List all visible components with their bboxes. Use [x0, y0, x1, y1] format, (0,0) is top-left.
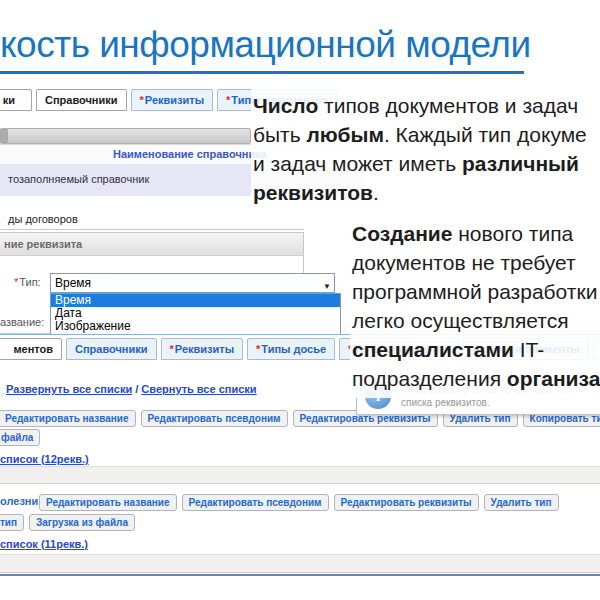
edit-alias-button[interactable]: Редактировать псевдоним — [182, 494, 329, 511]
load-from-file-button[interactable]: Загрузка из файла — [29, 514, 135, 531]
creation-textbox: Создание нового типа документов не требу… — [350, 215, 600, 398]
intro-textbox: Число типов документов и задач быть любы… — [251, 88, 600, 215]
collapse-all-link[interactable]: Свернуть все списки — [141, 383, 256, 395]
tab-tipy-dosye[interactable]: *Типы досье — [247, 338, 335, 360]
edit-name-button[interactable]: Редактировать название — [0, 410, 136, 427]
section2-button-row: Редактировать название Редактировать псе… — [39, 494, 559, 511]
section1-button-row2: файла — [0, 429, 40, 446]
type-select-value: Время — [55, 276, 91, 290]
edit-name-button[interactable]: Редактировать название — [39, 494, 177, 511]
section2-button-row2: ь тип Загрузка из файла — [0, 514, 135, 531]
tab-spravochniki[interactable]: Справочники — [66, 338, 157, 360]
edit-attributes-button[interactable]: Редактировать реквизиты — [334, 494, 479, 511]
required-asterisk: * — [14, 276, 18, 288]
title-underline — [0, 71, 524, 74]
required-asterisk: * — [170, 343, 174, 355]
table-header-label: Наименование справочника — [113, 148, 267, 160]
section-divider-band — [0, 466, 600, 484]
row-label: ды договоров — [8, 213, 78, 225]
copy-type-button-cut[interactable]: ь тип — [0, 514, 24, 531]
name-field-label: Название: — [0, 316, 44, 328]
type-dropdown-list: Время Дата Изображение — [50, 293, 341, 334]
edit-alias-button[interactable]: Редактировать псевдоним — [141, 410, 288, 427]
tab-active-dokumentov[interactable]: ментов — [0, 338, 62, 360]
dropdown-option-izobrazhenie[interactable]: Изображение — [51, 320, 340, 333]
delete-type-button[interactable]: Удалить тип — [484, 494, 559, 511]
expand-all-link[interactable]: Развернуть все списки — [6, 383, 132, 395]
required-asterisk: * — [256, 343, 260, 355]
required-asterisk: * — [226, 94, 230, 106]
scrollbar-thumb[interactable] — [0, 129, 8, 143]
type-select[interactable]: Время ▼ — [50, 273, 335, 293]
required-asterisk: * — [140, 94, 144, 106]
load-from-file-button[interactable]: файла — [0, 429, 40, 446]
panel-title: ние реквизита — [0, 233, 303, 256]
page-title: кость информационной модели — [0, 24, 531, 66]
tab-rekvizity[interactable]: *Реквизиты — [131, 89, 214, 111]
link-separator: / — [135, 383, 138, 395]
collapsed-scrollbar[interactable] — [0, 128, 251, 144]
tab-cut-left[interactable]: ки — [0, 89, 32, 111]
type-field-label: *Тип: — [14, 276, 41, 288]
tooltip-text-line2: списка реквизитов. — [401, 397, 490, 408]
list-toggle-links: Развернуть все списки/Свернуть все списк… — [6, 383, 257, 395]
section2-title: олезни — [0, 495, 38, 507]
list-12-link[interactable]: список (12рекв.) — [0, 453, 89, 465]
dropdown-option-vremya[interactable]: Время — [51, 294, 340, 307]
list-11-link[interactable]: список (11рекв.) — [0, 538, 88, 550]
footer-line — [0, 574, 600, 576]
slide: кость информационной модели ки Справочни… — [0, 0, 600, 600]
section-divider-band — [0, 554, 600, 573]
tab-rekvizity[interactable]: *Реквизиты — [161, 338, 244, 360]
tab-spravochniki[interactable]: Справочники — [36, 89, 127, 111]
row-label: тозаполняемый справочник — [8, 173, 149, 185]
